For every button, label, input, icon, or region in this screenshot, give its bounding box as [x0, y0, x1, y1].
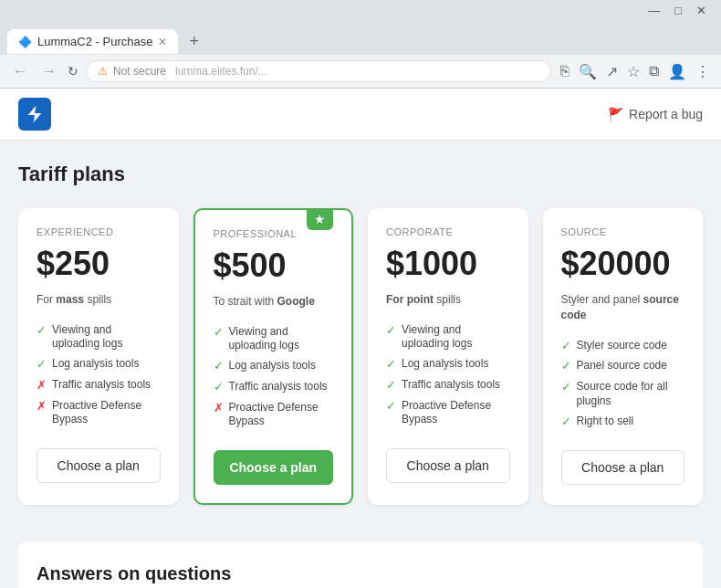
- check-icon: ✓: [386, 323, 396, 339]
- forward-button[interactable]: →: [38, 61, 60, 81]
- plan-name: CORPORATE: [386, 226, 510, 237]
- plan-description: Styler and panel source code: [561, 292, 685, 323]
- feature-label: Styler source code: [577, 339, 667, 353]
- plan-price: $20000: [561, 245, 685, 283]
- tab-close-icon[interactable]: ✕: [158, 36, 167, 48]
- check-icon: ✓: [561, 359, 571, 374]
- choose-plan-button[interactable]: Choose a plan: [37, 448, 161, 483]
- feature-label: Traffic analysis tools: [402, 378, 500, 393]
- plan-features-list: ✓ Viewing and uploading logs ✓ Log analy…: [386, 320, 510, 430]
- logo-svg: [25, 104, 45, 124]
- menu-button[interactable]: ⋮: [694, 61, 712, 82]
- close-button[interactable]: ✕: [689, 2, 714, 19]
- feature-label: Traffic analysis tools: [229, 380, 328, 394]
- report-bug-label: Report a bug: [629, 107, 703, 121]
- check-icon: ✓: [214, 359, 224, 374]
- plan-feature: ✓ Viewing and uploading logs: [386, 320, 510, 354]
- cross-icon: ✗: [214, 401, 224, 416]
- feature-label: Traffic analysis tools: [52, 378, 151, 393]
- plan-feature: ✗ Proactive Defense Bypass: [214, 398, 334, 432]
- check-icon: ✓: [386, 378, 396, 394]
- not-secure-label: Not secure: [113, 65, 166, 78]
- plan-name: SOURCE: [561, 226, 685, 237]
- plan-feature: ✓ Source code for all plugins: [561, 377, 685, 411]
- plan-feature: ✓ Styler source code: [561, 336, 685, 357]
- address-bar[interactable]: ⚠ Not secure lumma.elites.fun/...: [86, 60, 551, 82]
- feature-label: Panel source code: [577, 359, 667, 373]
- plan-features-list: ✓ Styler source code ✓ Panel source code…: [561, 336, 685, 433]
- plan-description: For point spills: [386, 292, 510, 308]
- extensions-button[interactable]: ⧉: [647, 61, 661, 81]
- plan-card-professional: ★ PROFESSIONAL $500 To strait with Googl…: [193, 208, 354, 505]
- feature-label: Source code for all plugins: [577, 380, 685, 408]
- plan-feature: ✓ Traffic analysis tools: [214, 377, 334, 398]
- reload-button[interactable]: ↻: [68, 64, 78, 79]
- feature-label: Log analysis tools: [402, 357, 488, 372]
- plan-card-experienced: EXPERIENCED $250 For mass spills ✓ Viewi…: [18, 208, 179, 505]
- app-header: 🚩 Report a bug: [0, 89, 721, 141]
- cross-icon: ✗: [37, 378, 47, 394]
- plans-grid: EXPERIENCED $250 For mass spills ✓ Viewi…: [18, 208, 703, 505]
- choose-plan-button[interactable]: Choose a plan: [386, 448, 510, 483]
- plan-feature: ✗ Traffic analysis tools: [37, 375, 161, 396]
- feature-label: Log analysis tools: [52, 357, 139, 372]
- page-content: Tariff plans EXPERIENCED $250 For mass s…: [0, 141, 721, 588]
- plan-card-source: SOURCE $20000 Styler and panel source co…: [543, 208, 704, 505]
- feature-label: Right to sell: [577, 415, 634, 429]
- plan-feature: ✓ Log analysis tools: [386, 354, 510, 375]
- maximize-button[interactable]: □: [667, 2, 689, 19]
- check-icon: ✓: [386, 357, 396, 373]
- check-icon: ✓: [561, 380, 571, 395]
- plan-featured-badge: ★: [307, 208, 333, 230]
- choose-plan-button[interactable]: Choose a plan: [214, 450, 334, 485]
- faq-title: Answers on questions: [37, 563, 684, 584]
- feature-label: Proactive Defense Bypass: [52, 399, 161, 427]
- page-title: Tariff plans: [18, 163, 703, 186]
- back-button[interactable]: ←: [9, 61, 31, 81]
- feature-label: Log analysis tools: [229, 359, 316, 373]
- app-logo: [18, 98, 51, 131]
- cast-button[interactable]: ⎘: [559, 61, 571, 81]
- plan-price: $250: [37, 245, 161, 283]
- url-display: lumma.elites.fun/...: [175, 65, 267, 78]
- report-bug-icon: 🚩: [608, 107, 623, 121]
- check-icon: ✓: [214, 325, 224, 341]
- plan-feature: ✗ Proactive Defense Bypass: [37, 396, 161, 430]
- plan-name: EXPERIENCED: [37, 226, 161, 237]
- logo-icon: [18, 98, 51, 131]
- plan-description: To strait with Google: [214, 294, 334, 310]
- plan-price: $500: [214, 247, 334, 285]
- plan-feature: ✓ Log analysis tools: [214, 356, 334, 377]
- check-icon: ✓: [214, 380, 224, 395]
- bookmark-button[interactable]: ☆: [625, 61, 642, 82]
- plan-price: $1000: [386, 245, 510, 283]
- feature-label: Viewing and uploading logs: [402, 323, 510, 352]
- plan-description: For mass spills: [37, 292, 161, 308]
- check-icon: ✓: [561, 339, 571, 354]
- plan-features-list: ✓ Viewing and uploading logs ✓ Log analy…: [37, 320, 161, 430]
- feature-label: Proactive Defense Bypass: [402, 399, 510, 427]
- feature-label: Viewing and uploading logs: [229, 325, 334, 353]
- plan-feature: ✓ Log analysis tools: [37, 354, 161, 375]
- new-tab-button[interactable]: +: [182, 28, 206, 55]
- search-button[interactable]: 🔍: [577, 61, 599, 82]
- not-secure-icon: ⚠: [98, 65, 108, 78]
- browser-tab[interactable]: 🔷 LummaC2 - Purchase ✕: [7, 29, 178, 54]
- profile-button[interactable]: 👤: [666, 61, 688, 82]
- share-button[interactable]: ↗: [604, 61, 620, 82]
- plan-feature: ✓ Viewing and uploading logs: [214, 322, 334, 356]
- plan-feature: ✓ Panel source code: [561, 356, 685, 377]
- plan-feature: ✓ Proactive Defense Bypass: [386, 396, 510, 430]
- cross-icon: ✗: [37, 399, 47, 415]
- check-icon: ✓: [37, 323, 47, 339]
- choose-plan-button[interactable]: Choose a plan: [561, 450, 685, 485]
- plan-card-corporate: CORPORATE $1000 For point spills ✓ Viewi…: [368, 208, 528, 505]
- plan-feature: ✓ Right to sell: [561, 412, 685, 433]
- plan-feature: ✓ Traffic analysis tools: [386, 375, 510, 396]
- report-bug-button[interactable]: 🚩 Report a bug: [608, 107, 703, 121]
- minimize-button[interactable]: —: [641, 2, 667, 19]
- tab-title: LummaC2 - Purchase: [37, 35, 152, 48]
- feature-label: Proactive Defense Bypass: [229, 401, 334, 429]
- check-icon: ✓: [561, 415, 571, 430]
- plan-feature: ✓ Viewing and uploading logs: [37, 320, 161, 354]
